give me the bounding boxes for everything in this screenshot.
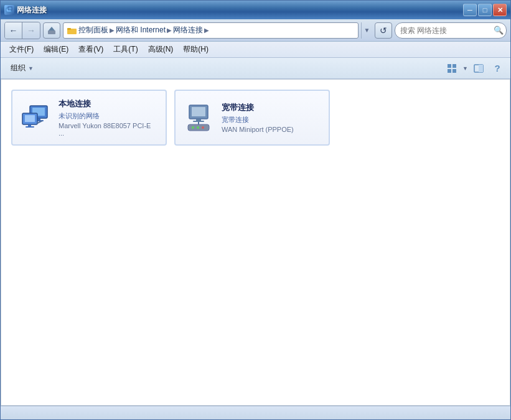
title-bar: 网络连接 ─ □ ✕ <box>1 1 510 19</box>
svg-rect-19 <box>26 126 34 128</box>
up-button[interactable] <box>43 22 60 39</box>
svg-rect-7 <box>452 64 456 68</box>
broadband-connection-status: 宽带连接 <box>222 115 321 124</box>
organize-button[interactable]: 组织 ▼ <box>6 60 39 76</box>
main-window: 网络连接 ─ □ ✕ ← → 控制面板 ▶ 网络和 Int <box>0 0 511 420</box>
svg-rect-17 <box>25 115 35 122</box>
broadband-connection-name: 宽带连接 <box>222 102 321 113</box>
refresh-button[interactable]: ↺ <box>375 22 392 39</box>
svg-rect-6 <box>448 64 451 68</box>
menu-bar: 文件(F) 编辑(E) 查看(V) 工具(T) 高级(N) 帮助(H) <box>1 42 510 58</box>
forward-button[interactable]: → <box>22 22 40 39</box>
svg-rect-22 <box>192 107 205 116</box>
broadband-connection-item[interactable]: 宽带连接 宽带连接 WAN Miniport (PPPOE) <box>174 90 330 146</box>
address-bar: ← → 控制面板 ▶ 网络和 Internet ▶ 网络连接 ▶ ▼ ↺ <box>1 19 510 42</box>
breadcrumb-arrow-2: ▶ <box>167 27 172 34</box>
window-title: 网络连接 <box>17 5 47 16</box>
menu-tools[interactable]: 工具(T) <box>108 42 143 57</box>
local-connection-item[interactable]: 本地连接 未识别的网络 Marvell Yukon 88E8057 PCI-E … <box>11 90 167 146</box>
status-bar <box>1 406 510 419</box>
breadcrumb-level2[interactable]: 网络连接 <box>173 25 203 35</box>
svg-marker-3 <box>49 27 55 30</box>
menu-advanced[interactable]: 高级(N) <box>143 42 179 57</box>
local-connection-adapter: Marvell Yukon 88E8057 PCI-E ... <box>59 122 158 137</box>
svg-rect-8 <box>448 69 451 73</box>
organize-dropdown-arrow: ▼ <box>28 65 34 72</box>
back-button[interactable]: ← <box>5 22 22 39</box>
local-connection-info: 本地连接 未识别的网络 Marvell Yukon 88E8057 PCI-E … <box>59 98 158 137</box>
content-area: 本地连接 未识别的网络 Marvell Yukon 88E8057 PCI-E … <box>1 79 510 406</box>
broadband-connection-icon <box>183 102 214 133</box>
svg-point-28 <box>202 126 204 129</box>
svg-rect-11 <box>479 65 483 72</box>
folder-icon <box>67 26 77 35</box>
organize-label: 组织 <box>11 63 26 73</box>
broadband-connection-adapter: WAN Miniport (PPPOE) <box>222 126 321 133</box>
menu-help[interactable]: 帮助(H) <box>178 42 213 57</box>
svg-rect-9 <box>452 69 456 73</box>
breadcrumb-container[interactable]: 控制面板 ▶ 网络和 Internet ▶ 网络连接 ▶ <box>63 22 359 39</box>
title-bar-controls: ─ □ ✕ <box>463 4 507 16</box>
network-grid: 本地连接 未识别的网络 Marvell Yukon 88E8057 PCI-E … <box>1 80 510 156</box>
svg-point-26 <box>192 126 194 129</box>
nav-button-group: ← → <box>4 22 40 39</box>
breadcrumb-arrow-3: ▶ <box>204 27 209 34</box>
close-button[interactable]: ✕ <box>493 4 507 16</box>
title-bar-left: 网络连接 <box>4 5 47 16</box>
toolbar: 组织 ▼ ▼ ? <box>1 58 510 79</box>
local-connection-name: 本地连接 <box>59 98 158 110</box>
svg-rect-5 <box>67 28 71 30</box>
maximize-button[interactable]: □ <box>478 4 492 16</box>
broadband-connection-info: 宽带连接 宽带连接 WAN Miniport (PPPOE) <box>222 102 321 133</box>
search-container[interactable]: 🔍 <box>395 22 507 39</box>
menu-file[interactable]: 文件(F) <box>4 42 39 57</box>
svg-rect-2 <box>48 30 55 34</box>
svg-point-27 <box>197 126 199 129</box>
menu-edit[interactable]: 编辑(E) <box>39 42 73 57</box>
breadcrumb-root[interactable]: 控制面板 <box>78 25 108 35</box>
help-button[interactable]: ? <box>489 61 505 76</box>
view-dropdown-arrow[interactable]: ▼ <box>462 65 468 72</box>
local-connection-icon <box>20 102 51 133</box>
breadcrumb-arrow-1: ▶ <box>110 27 115 34</box>
breadcrumb-level1[interactable]: 网络和 Internet <box>116 25 166 35</box>
minimize-button[interactable]: ─ <box>463 4 477 16</box>
search-icon[interactable]: 🔍 <box>494 26 504 35</box>
view-button[interactable] <box>444 61 460 76</box>
preview-pane-button[interactable] <box>471 61 487 76</box>
local-connection-status: 未识别的网络 <box>59 111 158 121</box>
svg-rect-18 <box>28 124 31 126</box>
menu-view[interactable]: 查看(V) <box>73 42 108 57</box>
svg-rect-24 <box>193 121 204 122</box>
search-input[interactable] <box>400 26 494 35</box>
breadcrumb-dropdown-button[interactable]: ▼ <box>361 22 372 39</box>
window-icon <box>4 5 14 15</box>
svg-rect-1 <box>8 7 12 10</box>
toolbar-right: ▼ ? <box>444 61 505 76</box>
